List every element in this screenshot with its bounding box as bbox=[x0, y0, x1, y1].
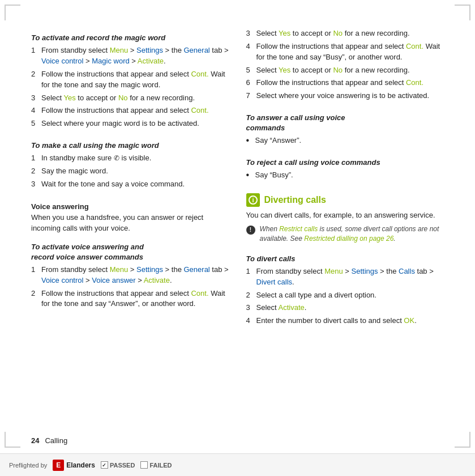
settings-link: Settings bbox=[136, 46, 163, 54]
corner-mark-bl bbox=[5, 432, 20, 448]
list-item: 7 Select where your voice answering is t… bbox=[246, 91, 444, 101]
voice-answer-link: Voice answer bbox=[92, 276, 135, 284]
note-block: ! When Restrict calls is used, some dive… bbox=[246, 224, 444, 244]
section-title-magic-word: To activate and record the magic word bbox=[31, 33, 229, 43]
diverting-calls-heading: i Diverting calls bbox=[246, 193, 444, 207]
magic-word-steps: 1 From standby select Menu > Settings > … bbox=[31, 45, 229, 131]
menu-link: Menu bbox=[324, 267, 343, 275]
list-item: 3 Select Yes to accept or No for a new r… bbox=[31, 93, 229, 104]
general-link: General bbox=[184, 265, 210, 274]
yes-link: Yes bbox=[279, 66, 290, 74]
restrict-calls-link: Restrict calls bbox=[279, 225, 318, 233]
divert-icon-svg: i bbox=[246, 193, 260, 207]
list-item: 5 Select Yes to accept or No for a new r… bbox=[246, 65, 444, 76]
menu-link: Menu bbox=[110, 46, 129, 54]
list-item: 1 From standby select Menu > Settings > … bbox=[246, 266, 444, 288]
list-item: 1 From standby select Menu > Settings > … bbox=[31, 265, 229, 286]
menu-link: Menu bbox=[110, 265, 129, 274]
section-title-reject-call: To reject a call using voice commands bbox=[246, 158, 444, 168]
calls-link: Calls bbox=[399, 267, 415, 275]
page-footer: 24 Calling bbox=[31, 436, 67, 445]
phone-icon: ✆ bbox=[114, 154, 119, 163]
yes-link: Yes bbox=[64, 94, 76, 102]
answer-call-bullets: • Say “Answer”. bbox=[246, 135, 444, 148]
failed-checkbox bbox=[140, 461, 148, 469]
left-column: To activate and record the magic word 1 … bbox=[31, 28, 229, 431]
list-item: 3 Select Activate. bbox=[246, 303, 444, 313]
cont-link: Cont. bbox=[191, 289, 208, 298]
note-bullet-icon: ! bbox=[246, 226, 255, 235]
list-item: 2 Follow the instructions that appear an… bbox=[31, 288, 229, 310]
activate-voice-steps: 1 From standby select Menu > Settings > … bbox=[31, 265, 229, 312]
list-item: 3 Select Yes to accept or No for a new r… bbox=[246, 28, 444, 39]
list-item: 6 Follow the instructions that appear an… bbox=[246, 78, 444, 88]
list-item: • Say “Answer”. bbox=[246, 135, 444, 146]
elanders-name: Elanders bbox=[66, 461, 95, 469]
page: To activate and record the magic word 1 … bbox=[0, 0, 475, 476]
passed-label: PASSED bbox=[110, 462, 135, 469]
elanders-logo: E Elanders bbox=[53, 460, 95, 471]
bullet-dot: • bbox=[246, 170, 252, 181]
passed-badge: ✓ PASSED bbox=[101, 461, 135, 469]
voice-answering-header: Voice answering bbox=[31, 202, 229, 211]
reject-call-bullets: • Say “Busy”. bbox=[246, 170, 444, 183]
elanders-icon: E bbox=[53, 460, 64, 471]
ok-link: OK bbox=[404, 316, 414, 325]
activate-link: Activate bbox=[138, 57, 164, 65]
diverting-intro: You can divert calls, for example, to an… bbox=[246, 210, 444, 221]
settings-link: Settings bbox=[352, 267, 378, 275]
list-item: • Say “Busy”. bbox=[246, 170, 444, 181]
page-label: Calling bbox=[45, 436, 67, 445]
divert-icon: i bbox=[246, 193, 260, 207]
list-item: 4 Enter the number to divert calls to an… bbox=[246, 316, 444, 326]
section-title-answer-call: To answer a call using voicecommands bbox=[246, 113, 444, 133]
list-item: 4 Follow the instructions that appear an… bbox=[246, 41, 444, 63]
bullet-dot: • bbox=[246, 135, 252, 146]
preflighted-by-text: Preflighted by bbox=[9, 462, 47, 469]
failed-badge: FAILED bbox=[140, 461, 172, 469]
make-call-steps: 1 In standby make sure ✆ is visible. 2 S… bbox=[31, 153, 229, 192]
voice-answer-continued-steps: 3 Select Yes to accept or No for a new r… bbox=[246, 28, 444, 104]
cont-link: Cont. bbox=[406, 42, 423, 50]
note-text: When Restrict calls is used, some divert… bbox=[260, 224, 444, 244]
list-item: 2 Select a call type and a divert option… bbox=[246, 290, 444, 301]
no-link: No bbox=[118, 94, 128, 102]
cont-link: Cont. bbox=[191, 70, 208, 78]
section-title-activate-voice-answer: To activate voice answering andrecord vo… bbox=[31, 242, 229, 262]
corner-mark-tr bbox=[455, 5, 470, 20]
voice-control-link: Voice control bbox=[41, 57, 83, 65]
activate-link: Activate bbox=[279, 303, 305, 312]
list-item: 4 Follow the instructions that appear an… bbox=[31, 105, 229, 116]
no-link: No bbox=[333, 29, 343, 37]
svg-text:i: i bbox=[252, 197, 254, 203]
activate-link: Activate bbox=[144, 276, 170, 284]
bottom-bar: Preflighted by E Elanders ✓ PASSED FAILE… bbox=[0, 453, 475, 476]
yes-link: Yes bbox=[279, 29, 290, 37]
section-title-divert-calls: To divert calls bbox=[246, 254, 444, 264]
corner-mark-tl bbox=[5, 5, 20, 20]
list-item: 1 In standby make sure ✆ is visible. bbox=[31, 153, 229, 164]
list-item: 3 Wait for the tone and say a voice comm… bbox=[31, 179, 229, 190]
voice-answering-body: When you use a handsfree, you can answer… bbox=[31, 212, 229, 234]
settings-link: Settings bbox=[136, 265, 163, 274]
list-item: 5 Select where your magic word is to be … bbox=[31, 118, 229, 129]
cont-link: Cont. bbox=[406, 78, 423, 87]
content-area: To activate and record the magic word 1 … bbox=[31, 28, 444, 431]
list-item: 2 Follow the instructions that appear an… bbox=[31, 69, 229, 91]
magic-word-link: Magic word bbox=[92, 57, 129, 65]
section-title-make-call: To make a call using the magic word bbox=[31, 141, 229, 151]
divert-calls-link: Divert calls bbox=[256, 278, 293, 286]
passed-checkbox: ✓ bbox=[101, 461, 108, 469]
right-column: 3 Select Yes to accept or No for a new r… bbox=[246, 28, 444, 431]
divert-calls-steps: 1 From standby select Menu > Settings > … bbox=[246, 266, 444, 329]
no-link: No bbox=[333, 66, 343, 74]
list-item: 1 From standby select Menu > Settings > … bbox=[31, 45, 229, 67]
restricted-dialling-link: Restricted dialling on page 26 bbox=[304, 235, 393, 243]
voice-control-link: Voice control bbox=[41, 276, 83, 284]
general-link: General bbox=[184, 46, 210, 54]
corner-mark-br bbox=[455, 432, 470, 448]
cont-link: Cont. bbox=[191, 106, 208, 114]
list-item: 2 Say the magic word. bbox=[31, 166, 229, 177]
diverting-calls-title: Diverting calls bbox=[264, 195, 326, 205]
failed-label: FAILED bbox=[149, 462, 172, 469]
